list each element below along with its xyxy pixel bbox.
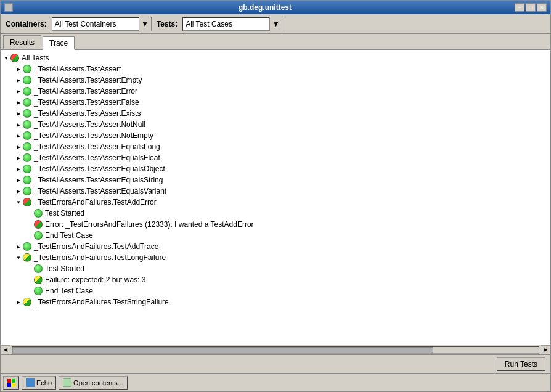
status-icon: [34, 264, 43, 273]
status-icon: [34, 209, 43, 218]
list-item[interactable]: _TestAllAsserts.TestAssertEmpty: [13, 75, 550, 86]
minimize-button[interactable]: −: [515, 3, 524, 12]
root-status-icon: [10, 54, 19, 62]
item-label: _TestErrorsAndFailures.TestAddTrace: [34, 242, 158, 251]
expand-arrow[interactable]: [15, 99, 22, 105]
svg-rect-3: [12, 383, 15, 387]
status-icon: [23, 176, 31, 184]
start-icon: [7, 378, 15, 387]
item-label: _TestAllAsserts.TestAssertFalse: [34, 98, 139, 107]
bottom-bar: Run Tests: [1, 354, 550, 373]
list-item[interactable]: _TestAllAsserts.TestAssertEqualsFloat: [13, 152, 550, 163]
item-label: _TestAllAsserts.TestAssertEmpty: [34, 76, 142, 84]
list-item[interactable]: _TestAllAsserts.TestAssertNotEmpty: [13, 130, 550, 141]
h-scroll-thumb[interactable]: [12, 347, 433, 353]
status-icon: [23, 153, 31, 162]
list-item[interactable]: _TestAllAsserts.TestAssertEqualsLong: [13, 141, 550, 152]
expand-arrow[interactable]: [15, 177, 22, 183]
expand-arrow[interactable]: [15, 88, 22, 94]
status-icon: [23, 198, 31, 206]
status-icon: [23, 87, 31, 96]
taskbar-item-echo[interactable]: Echo: [22, 376, 56, 390]
list-item[interactable]: _TestAllAsserts.TestAssertEqualsString: [13, 174, 550, 186]
echo-icon: [26, 378, 35, 387]
status-icon: [23, 109, 31, 118]
item-label: _TestAllAsserts.TestAssertEqualsFloat: [34, 153, 160, 162]
status-icon: [23, 253, 31, 262]
main-window: gb.deg.unittest − □ ✕ Containers: All Te…: [0, 0, 551, 392]
list-item[interactable]: _TestAllAsserts.TestAssertEqualsObject: [13, 163, 550, 174]
expand-arrow[interactable]: [15, 110, 22, 116]
close-button[interactable]: ✕: [537, 3, 547, 12]
list-item[interactable]: _TestErrorsAndFailures.TestStringFailure: [13, 296, 550, 308]
window-title: gb.deg.unittest: [15, 3, 515, 12]
root-expand-arrow[interactable]: [3, 55, 9, 61]
list-item[interactable]: _TestAllAsserts.TestAssertNotNull: [13, 119, 550, 130]
status-icon: [34, 231, 43, 240]
h-scroll-track[interactable]: [12, 346, 539, 354]
tab-results[interactable]: Results: [3, 35, 41, 49]
expand-arrow[interactable]: [15, 121, 22, 128]
status-icon: [34, 276, 43, 284]
taskbar: Echo Open contents...: [1, 373, 550, 391]
tests-value: All Test Cases: [183, 20, 269, 28]
list-item[interactable]: Test Started: [25, 208, 550, 219]
status-icon: [23, 98, 31, 107]
expand-arrow[interactable]: [15, 66, 22, 72]
item-label: _TestAllAsserts.TestAssertEqualsVariant: [34, 187, 166, 195]
expand-arrow[interactable]: [15, 133, 22, 139]
tests-dropdown-arrow[interactable]: ▼: [269, 17, 282, 31]
tests-select[interactable]: All Test Cases ▼: [182, 17, 282, 31]
list-item[interactable]: _TestAllAsserts.TestAssertFalse: [13, 97, 550, 108]
item-label: _TestAllAsserts.TestAssertEqualsString: [34, 176, 163, 184]
item-label: _TestErrorsAndFailures.TestAddError: [34, 198, 157, 206]
taskbar-start-button[interactable]: [3, 376, 19, 390]
status-icon: [23, 242, 31, 251]
list-item[interactable]: _TestAllAsserts.TestAssertError: [13, 86, 550, 97]
item-label: _TestAllAsserts.TestAssertEqualsObject: [34, 165, 165, 173]
maximize-button[interactable]: □: [526, 3, 536, 12]
list-item[interactable]: End Test Case: [25, 230, 550, 241]
toolbar: Containers: All Test Containers ▼ Tests:…: [1, 14, 550, 34]
list-item[interactable]: Failure: expected: 2 but was: 3: [25, 274, 550, 285]
run-tests-button[interactable]: Run Tests: [497, 357, 545, 371]
list-item[interactable]: _TestErrorsAndFailures.TestAddError: [13, 197, 550, 208]
item-label: End Test Case: [45, 231, 93, 240]
item-label: _TestAllAsserts.TestAssertExists: [34, 109, 141, 118]
title-bar-buttons: − □ ✕: [515, 3, 547, 12]
expand-arrow[interactable]: [15, 77, 22, 83]
scroll-left-arrow[interactable]: ◀: [1, 345, 10, 355]
status-icon: [23, 165, 31, 173]
tree-container[interactable]: All Tests _TestAllAsserts.TestAssert _Te…: [1, 50, 550, 345]
expand-arrow[interactable]: [15, 188, 22, 194]
expand-arrow[interactable]: [15, 155, 22, 161]
list-item[interactable]: _TestErrorsAndFailures.TestLongFailure: [13, 252, 550, 263]
list-item[interactable]: End Test Case: [25, 285, 550, 296]
scroll-right-arrow[interactable]: ▶: [541, 345, 550, 355]
expand-arrow[interactable]: [15, 299, 22, 305]
status-icon: [23, 298, 31, 306]
expand-arrow[interactable]: [15, 144, 22, 150]
list-item[interactable]: _TestAllAsserts.TestAssertEqualsVariant: [13, 186, 550, 197]
list-item[interactable]: _TestAllAsserts.TestAssert: [13, 63, 550, 75]
item-label: End Test Case: [45, 287, 93, 295]
item-label: Failure: expected: 2 but was: 3: [45, 276, 145, 284]
content-area: All Tests _TestAllAsserts.TestAssert _Te…: [1, 50, 550, 354]
list-item[interactable]: _TestAllAsserts.TestAssertExists: [13, 108, 550, 119]
list-item[interactable]: _TestErrorsAndFailures.TestAddTrace: [13, 241, 550, 252]
title-bar: gb.deg.unittest − □ ✕: [1, 1, 550, 14]
containers-dropdown-arrow[interactable]: ▼: [139, 17, 151, 31]
tree-root[interactable]: All Tests: [1, 52, 550, 63]
horizontal-scrollbar[interactable]: ◀ ▶: [1, 345, 550, 354]
tab-trace[interactable]: Trace: [43, 36, 75, 50]
svg-rect-1: [12, 379, 15, 383]
list-item[interactable]: Error: _TestErrorsAndFailures (12333): I…: [25, 219, 550, 230]
expand-arrow[interactable]: [15, 255, 22, 261]
expand-arrow[interactable]: [15, 243, 22, 250]
taskbar-item-open-contents[interactable]: Open contents...: [59, 376, 128, 390]
list-item[interactable]: Test Started: [25, 263, 550, 274]
expand-arrow[interactable]: [15, 166, 22, 172]
expand-arrow[interactable]: [15, 199, 22, 205]
containers-select[interactable]: All Test Containers ▼: [52, 17, 152, 31]
status-icon: [23, 187, 31, 195]
